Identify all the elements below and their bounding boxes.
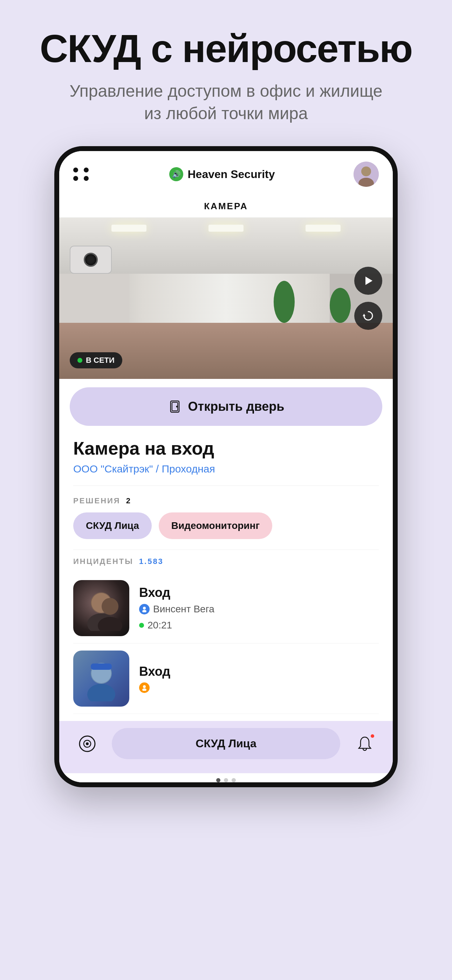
incident-time-1: 20:21 (139, 620, 379, 631)
camera-name: Камера на вход (73, 438, 379, 459)
chip-videomonitoring[interactable]: Видеомониторинг (159, 512, 272, 539)
incidents-label: ИНЦИДЕНТЫ 1.583 (73, 557, 379, 566)
svg-point-11 (102, 598, 118, 615)
incident-person-1: Винсент Вега (139, 604, 379, 615)
incident-title-1: Вход (139, 585, 379, 600)
door-icon (168, 399, 182, 414)
app-name: Heaven Security (188, 168, 275, 181)
bell-nav-button[interactable] (351, 730, 379, 758)
solutions-count: 2 (126, 496, 131, 506)
nav-center-label: СКУД Лица (196, 737, 256, 750)
bottom-nav: СКУД Лица (59, 721, 393, 773)
refresh-button[interactable] (354, 302, 382, 330)
app-logo: Heaven Security (169, 167, 275, 181)
incident-person-2 (139, 682, 379, 693)
nav-dot-2 (232, 778, 236, 782)
incident-item-1[interactable]: Вход Винсент Вега 20:21 (73, 573, 379, 644)
camera-nav-icon (78, 735, 96, 752)
solutions-section: РЕШЕНИЯ 2 СКУД Лица Видеомониторинг (59, 486, 393, 550)
svg-point-1 (361, 167, 371, 176)
status-badge: В СЕТИ (70, 352, 122, 368)
menu-dots-icon[interactable] (73, 167, 91, 181)
incidents-count: 1.583 (139, 557, 164, 566)
svg-marker-4 (363, 314, 366, 316)
incident-face-1 (73, 580, 129, 636)
svg-point-23 (86, 742, 89, 745)
camera-location-link[interactable]: ООО "Скайтрэк" / Проходная (73, 463, 215, 474)
camera-controls (354, 267, 382, 330)
skud-nav-button[interactable]: СКУД Лица (112, 728, 340, 759)
online-indicator (78, 358, 82, 363)
ceiling-light (111, 225, 146, 232)
svg-point-16 (87, 684, 115, 702)
svg-point-13 (143, 607, 146, 609)
solutions-chips: СКУД Лица Видеомониторинг (73, 512, 379, 539)
chip-skud-lica[interactable]: СКУД Лица (73, 512, 152, 539)
camera-view: В СЕТИ (59, 218, 393, 379)
corridor-wall-left (59, 274, 129, 323)
person-icon-orange (139, 682, 150, 693)
camera-section-label: КАМЕРА (59, 194, 393, 218)
camera-lens-icon (84, 253, 98, 267)
ceiling-lights (59, 218, 393, 239)
corridor-floor (59, 323, 393, 379)
phone-frame: Heaven Security КАМЕРА (54, 146, 398, 787)
svg-point-14 (142, 610, 146, 612)
ceiling-light (208, 225, 244, 232)
bell-notification-dot (370, 733, 375, 739)
logo-icon (169, 167, 183, 181)
plant-left-icon (274, 281, 295, 323)
phone-top-bar: Heaven Security (59, 151, 393, 194)
play-button[interactable] (354, 267, 382, 295)
svg-point-7 (176, 406, 178, 407)
incident-info-1: Вход Винсент Вега 20:21 (139, 585, 379, 631)
svg-marker-3 (366, 277, 372, 285)
camera-box (70, 246, 112, 274)
page-header: СКУД с нейросетью Управление доступом в … (40, 28, 412, 146)
svg-point-19 (143, 685, 146, 688)
svg-rect-18 (91, 663, 112, 670)
status-label: В СЕТИ (86, 356, 115, 365)
incident-item-2[interactable]: Вход (73, 644, 379, 714)
nav-dot-1 (224, 778, 228, 782)
camera-nav-button[interactable] (73, 730, 101, 758)
online-dot (139, 623, 144, 628)
nav-dot-active (216, 778, 220, 782)
incidents-section: ИНЦИДЕНТЫ 1.583 Вход (59, 550, 393, 721)
open-door-label: Открыть дверь (188, 399, 285, 414)
ceiling-light (306, 225, 341, 232)
open-door-button[interactable]: Открыть дверь (70, 387, 382, 426)
incident-face-2 (73, 651, 129, 706)
person-icon-blue (139, 604, 150, 614)
svg-point-20 (142, 688, 146, 691)
security-camera-device (70, 246, 119, 281)
page-title: СКУД с нейросетью (40, 28, 412, 69)
avatar[interactable] (353, 162, 379, 187)
page-subtitle: Управление доступом в офис и жилище из л… (40, 80, 412, 126)
incident-info-2: Вход (139, 664, 379, 693)
incident-title-2: Вход (139, 664, 379, 679)
solutions-label: РЕШЕНИЯ 2 (73, 496, 379, 506)
camera-info: Камера на вход ООО "Скайтрэк" / Проходна… (59, 434, 393, 485)
plant-right-icon (330, 288, 351, 323)
nav-page-dots (59, 773, 393, 782)
incident-thumb-2 (73, 651, 129, 706)
incident-thumb-1 (73, 580, 129, 636)
